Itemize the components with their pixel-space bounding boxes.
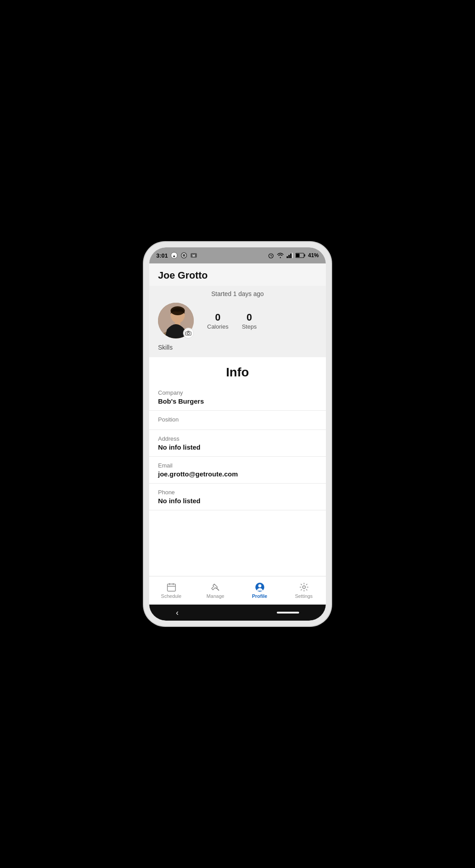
calories-count: 0 — [207, 312, 229, 323]
svg-line-8 — [271, 256, 272, 256]
nav-profile[interactable]: Profile — [238, 576, 282, 605]
home-indicator[interactable] — [277, 612, 299, 613]
nav-schedule[interactable]: Schedule — [149, 576, 193, 605]
steps-count: 0 — [242, 312, 257, 323]
info-section: Info Company Bob's Burgers Position Addr… — [149, 357, 326, 576]
svg-point-28 — [258, 584, 261, 588]
address-label: Address — [158, 435, 317, 442]
app-header: Joe Grotto — [149, 263, 326, 286]
info-position: Position — [149, 411, 326, 430]
stats-row: 0 Calories 0 Steps — [207, 312, 257, 330]
info-company: Company Bob's Burgers — [149, 384, 326, 411]
phone-label: Phone — [158, 489, 317, 496]
email-value: joe.grotto@getroute.com — [158, 470, 317, 478]
svg-rect-10 — [288, 255, 290, 258]
svg-rect-14 — [296, 254, 300, 257]
info-title: Info — [149, 357, 326, 384]
camera-icon — [185, 330, 192, 336]
info-phone: Phone No info listed — [149, 484, 326, 510]
back-button[interactable]: ‹ — [176, 608, 179, 618]
steps-stat: 0 Steps — [242, 312, 257, 330]
schedule-icon — [167, 582, 176, 592]
app-icon-1: ▲ — [171, 252, 178, 259]
time: 3:01 — [156, 252, 168, 259]
skills-label: Skills — [158, 344, 317, 351]
schedule-label: Schedule — [161, 593, 182, 599]
company-value: Bob's Burgers — [158, 397, 317, 405]
status-left: 3:01 ▲ M — [156, 252, 197, 259]
svg-rect-9 — [287, 256, 288, 258]
svg-point-22 — [188, 333, 190, 335]
settings-icon — [299, 582, 309, 592]
phone-shell: 3:01 ▲ M 41% Joe Grotto Started 1 days a… — [144, 242, 331, 626]
address-value: No info listed — [158, 443, 317, 451]
avatar-container[interactable] — [158, 303, 194, 338]
app-icon-3: M — [190, 252, 197, 259]
calories-stat: 0 Calories — [207, 312, 229, 330]
battery-text: 41% — [308, 252, 319, 259]
app-icon-2 — [180, 252, 188, 259]
svg-text:M: M — [192, 254, 195, 257]
info-address: Address No info listed — [149, 430, 326, 457]
calories-label: Calories — [207, 323, 229, 330]
bottom-nav: Schedule Manage Profile — [149, 576, 326, 605]
svg-text:▲: ▲ — [172, 254, 176, 258]
bottom-spacer — [149, 510, 326, 537]
page-title: Joe Grotto — [158, 270, 317, 281]
svg-rect-11 — [290, 254, 292, 258]
svg-rect-15 — [304, 255, 305, 257]
profile-icon — [255, 582, 265, 592]
company-label: Company — [158, 389, 317, 396]
phone-inner: 3:01 ▲ M 41% Joe Grotto Started 1 days a… — [149, 247, 326, 621]
steps-label: Steps — [242, 323, 257, 330]
signal-icon — [287, 253, 293, 258]
alarm-icon — [268, 252, 274, 259]
phone-value: No info listed — [158, 497, 317, 505]
status-right: 41% — [268, 252, 319, 259]
profile-label: Profile — [252, 593, 267, 599]
svg-rect-12 — [292, 253, 293, 258]
manage-label: Manage — [207, 593, 225, 599]
app-content: Joe Grotto Started 1 days ago — [149, 263, 326, 605]
svg-rect-23 — [167, 584, 175, 591]
profile-section: Started 1 days ago — [149, 286, 326, 357]
profile-row: 0 Calories 0 Steps — [158, 303, 317, 338]
nav-settings[interactable]: Settings — [282, 576, 326, 605]
email-label: Email — [158, 462, 317, 469]
battery-icon — [296, 253, 305, 258]
info-email: Email joe.grotto@getroute.com — [149, 457, 326, 484]
wifi-icon — [277, 253, 284, 258]
manage-icon — [211, 582, 221, 592]
status-bar: 3:01 ▲ M 41% — [149, 247, 326, 263]
nav-manage[interactable]: Manage — [193, 576, 238, 605]
position-label: Position — [158, 416, 317, 423]
svg-point-2 — [181, 252, 187, 259]
camera-badge[interactable] — [183, 328, 194, 338]
started-text: Started 1 days ago — [158, 290, 317, 297]
system-nav-bar: ‹ — [149, 605, 326, 621]
settings-label: Settings — [295, 593, 313, 599]
svg-point-29 — [303, 586, 305, 588]
